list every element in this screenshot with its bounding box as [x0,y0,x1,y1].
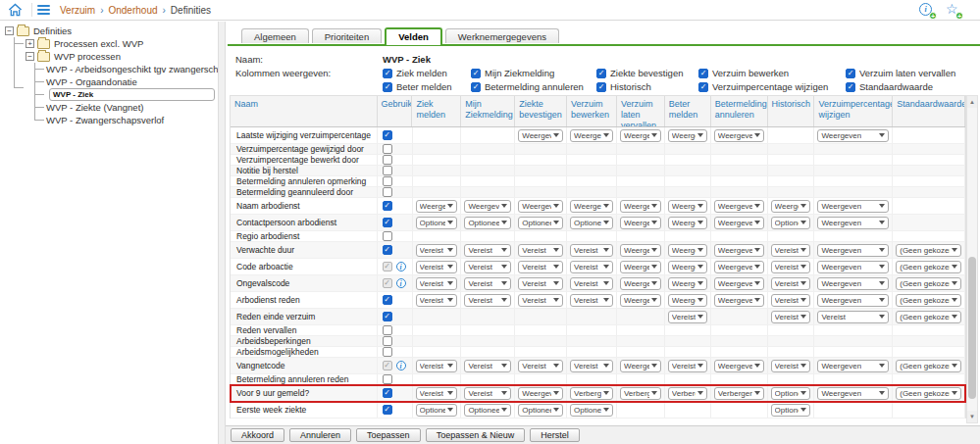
setting-select[interactable]: Weergeven [620,129,661,142]
setting-select[interactable]: Weergeven [714,244,764,257]
setting-select[interactable]: Weergeven [668,277,707,290]
setting-select[interactable]: Vereist [771,261,811,273]
setting-select[interactable]: Weergeven [668,261,707,273]
scroll-down-arrow-icon[interactable]: ▼ [967,411,977,422]
setting-select[interactable]: (Geen gekozen) [896,387,961,400]
setting-select[interactable]: Weergeven [714,294,764,307]
setting-select[interactable]: Optioneel [464,404,511,417]
tab-algemeen[interactable]: Algemeen [241,28,309,43]
setting-select[interactable]: Vereist [771,311,811,323]
used-checkbox[interactable] [383,231,392,241]
setting-select[interactable]: Weergeven [817,387,889,400]
setting-select[interactable]: Weergeven [817,217,889,229]
setting-select[interactable]: Weergeven [714,217,764,229]
menu-icon[interactable] [37,5,50,15]
setting-select[interactable]: Weergeven [416,200,458,213]
breadcrumb-verzuim[interactable]: Verzuim [60,5,95,16]
favorite-add-icon[interactable]: ☆ + [946,3,960,18]
setting-select[interactable]: Weergeven [570,200,613,213]
setting-select[interactable]: Weergeven [518,200,563,213]
setting-select[interactable]: Weergeven [714,360,764,372]
setting-select[interactable]: Weergeven [464,200,511,213]
setting-select[interactable]: Weergeven [668,200,707,213]
akkoord-button[interactable]: Akkoord [231,428,284,442]
setting-select[interactable]: Weergeven [817,129,889,142]
used-checkbox[interactable]: ✓ [383,201,392,211]
scroll-up-arrow-icon[interactable]: ▲ [967,96,977,108]
setting-select[interactable]: Weergeven [620,294,661,307]
setting-select[interactable]: Weergeven [817,261,889,273]
setting-select[interactable]: Vereist [668,360,707,372]
used-checkbox[interactable]: ✓ [383,405,392,415]
setting-select[interactable]: (Geen gekozen) [896,277,961,290]
setting-select[interactable]: Vereist [464,244,511,257]
setting-select[interactable]: Vereist [464,387,511,400]
setting-select[interactable]: Optioneel [570,404,613,417]
tab-werknemergegevens[interactable]: Werknemergegevens [445,28,559,43]
setting-select[interactable]: Vereist [518,244,563,257]
used-checkbox[interactable]: ✓ [383,245,392,255]
setting-select[interactable]: Weergeven [817,200,889,213]
setting-select[interactable]: Vereist [416,387,458,400]
setting-select[interactable]: Vereist [771,360,811,372]
setting-select[interactable]: Vereist [464,261,511,273]
setting-select[interactable]: Optioneel [771,387,811,400]
annuleren-button[interactable]: Annuleren [289,428,351,442]
used-checkbox[interactable]: ✓ [383,312,392,321]
used-checkbox[interactable] [383,176,392,186]
used-checkbox[interactable] [383,347,392,357]
used-checkbox[interactable] [383,166,392,175]
setting-select[interactable]: Vereist [518,277,563,290]
checkbox-checked[interactable]: ✓ [698,69,708,78]
collapse-icon[interactable]: − [5,26,14,35]
setting-select[interactable]: Vereist [771,244,811,257]
info-icon[interactable]: i [396,278,406,288]
used-checkbox[interactable] [383,144,392,154]
setting-select[interactable]: Vereist [668,311,707,323]
herstel-button[interactable]: Herstel [530,428,580,442]
setting-select[interactable]: (Geen gekozen) [896,311,961,323]
expand-icon[interactable]: + [26,39,34,48]
setting-select[interactable]: Vereist [464,360,511,372]
checkbox-checked[interactable]: ✓ [383,69,392,78]
checkbox-checked[interactable]: ✓ [383,82,392,92]
setting-select[interactable]: Optioneel [518,404,563,417]
collapse-icon[interactable]: − [26,52,34,61]
setting-select[interactable]: Weergeven [668,294,707,307]
info-add-icon[interactable]: i + [919,3,934,18]
setting-select[interactable]: Vereist [518,261,563,273]
setting-select[interactable]: Vereist [771,277,811,290]
setting-select[interactable]: (Geen gekozen) [896,294,961,307]
setting-select[interactable]: Weergeven [518,387,563,400]
setting-select[interactable]: Weergeven [817,277,889,290]
setting-select[interactable]: Weergeven [714,277,764,290]
setting-select[interactable]: Weergeven [620,217,661,229]
tree-item-label[interactable]: Processen excl. WVP [54,38,143,49]
setting-select[interactable]: Vereist [570,244,613,257]
used-checkbox[interactable]: ✓ [383,218,392,227]
tree-item-label[interactable]: WVP - Zwangerschapsverlof [46,115,164,125]
setting-select[interactable]: Vereist [518,294,563,307]
setting-select[interactable]: Weergeven [518,129,563,142]
setting-select[interactable]: Vereist [570,294,613,307]
setting-select[interactable]: Weergeven [570,129,613,142]
setting-select[interactable]: Weergeven [771,200,811,213]
setting-select[interactable]: Vereist [570,277,613,290]
checkbox-checked[interactable]: ✓ [698,82,708,92]
setting-select[interactable]: Vereist [570,360,613,372]
setting-select[interactable]: Optioneel [416,404,458,417]
used-checkbox[interactable] [383,155,392,165]
setting-select[interactable]: Vereist [416,360,458,372]
used-checkbox[interactable] [383,374,392,384]
checkbox-checked[interactable]: ✓ [471,69,481,78]
tree-item-label[interactable]: WVP - Arbeidsongeschikt tgv zwangerschap [46,64,218,74]
tree-item-label[interactable]: WVP - Ziek [49,88,215,101]
checkbox-checked[interactable]: ✓ [846,69,855,78]
scrollbar-thumb[interactable] [968,257,976,399]
setting-select[interactable]: Weergeven [668,217,707,229]
setting-select[interactable]: Optioneel [771,404,811,417]
setting-select[interactable]: Weergeven [620,200,661,213]
setting-select[interactable]: Weergeven [714,261,764,273]
setting-select[interactable]: Vereist [464,277,511,290]
setting-select[interactable]: Verbergen [570,387,613,400]
